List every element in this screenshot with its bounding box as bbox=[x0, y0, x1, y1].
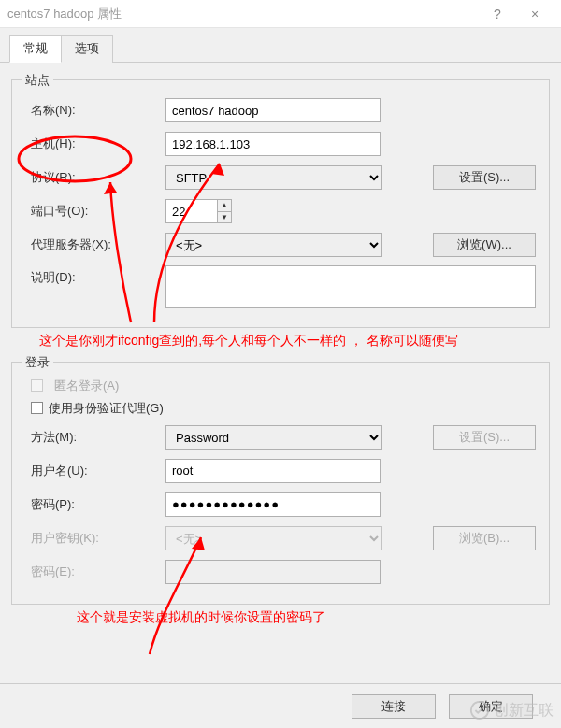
user-label: 用户名(U): bbox=[25, 463, 165, 479]
host-label: 主机(H): bbox=[25, 136, 165, 152]
tabs: 常规 选项 bbox=[0, 28, 561, 63]
host-input[interactable] bbox=[165, 132, 381, 156]
user-input[interactable] bbox=[165, 459, 381, 483]
pass-label: 密码(P): bbox=[25, 496, 165, 513]
group-site: 站点 名称(N): 主机(H): 协议(R): SFTP 设置(S)... 端口… bbox=[11, 79, 550, 328]
desc-textarea[interactable] bbox=[165, 265, 536, 308]
method-label: 方法(M): bbox=[25, 429, 165, 446]
annotation-password: 这个就是安装虚拟机的时候你设置的密码了 bbox=[11, 605, 550, 635]
name-input[interactable] bbox=[165, 98, 381, 122]
name-label: 名称(N): bbox=[25, 102, 165, 119]
port-input[interactable] bbox=[165, 199, 218, 223]
port-up-icon[interactable]: ▲ bbox=[218, 200, 231, 212]
window-title: centos7 hadoop 属性 bbox=[7, 6, 479, 22]
userkey-select: <无> bbox=[165, 526, 382, 550]
close-button[interactable]: × bbox=[516, 0, 554, 28]
tab-general[interactable]: 常规 bbox=[9, 35, 62, 63]
userkey-label: 用户密钥(K): bbox=[25, 530, 165, 547]
group-site-title: 站点 bbox=[22, 72, 53, 89]
protocol-select[interactable]: SFTP bbox=[165, 165, 382, 190]
port-label: 端口号(O): bbox=[25, 203, 165, 220]
desc-label: 说明(D): bbox=[25, 265, 165, 286]
port-spinner[interactable]: ▲ ▼ bbox=[165, 199, 232, 223]
annotation-host: 这个是你刚才ifconfig查到的,每个人和每个人不一样的 ， 名称可以随便写 bbox=[11, 328, 550, 358]
proxy-label: 代理服务器(X): bbox=[25, 236, 165, 253]
protocol-label: 协议(R): bbox=[25, 169, 165, 186]
useproxy-checkbox[interactable] bbox=[31, 402, 43, 414]
port-down-icon[interactable]: ▼ bbox=[218, 212, 231, 223]
method-settings-button: 设置(S)... bbox=[433, 425, 536, 450]
anon-checkbox bbox=[31, 379, 43, 392]
proxy-select[interactable]: <无> bbox=[165, 233, 382, 257]
group-login: 登录 匿名登录(A) 使用身份验证代理(G) 方法(M): Password 设… bbox=[11, 362, 550, 605]
anon-label: 匿名登录(A) bbox=[49, 378, 119, 394]
help-button[interactable]: ? bbox=[479, 0, 516, 28]
tab-options[interactable]: 选项 bbox=[61, 35, 113, 63]
watermark-text: 创新互联 bbox=[494, 701, 554, 721]
proxy-browse-button[interactable]: 浏览(W)... bbox=[433, 233, 536, 257]
watermark: 创新互联 bbox=[469, 700, 554, 721]
pass-input[interactable] bbox=[165, 492, 381, 517]
protocol-settings-button[interactable]: 设置(S)... bbox=[433, 165, 536, 190]
passphrase-label: 密码(E): bbox=[25, 564, 165, 580]
useproxy-label: 使用身份验证代理(G) bbox=[49, 400, 164, 417]
userkey-browse-button: 浏览(B)... bbox=[433, 526, 536, 550]
watermark-icon bbox=[469, 700, 490, 721]
group-login-title: 登录 bbox=[22, 354, 53, 371]
passphrase-input bbox=[165, 560, 381, 584]
method-select[interactable]: Password bbox=[165, 425, 382, 450]
titlebar: centos7 hadoop 属性 ? × bbox=[0, 0, 561, 28]
connect-button[interactable]: 连接 bbox=[352, 694, 436, 719]
